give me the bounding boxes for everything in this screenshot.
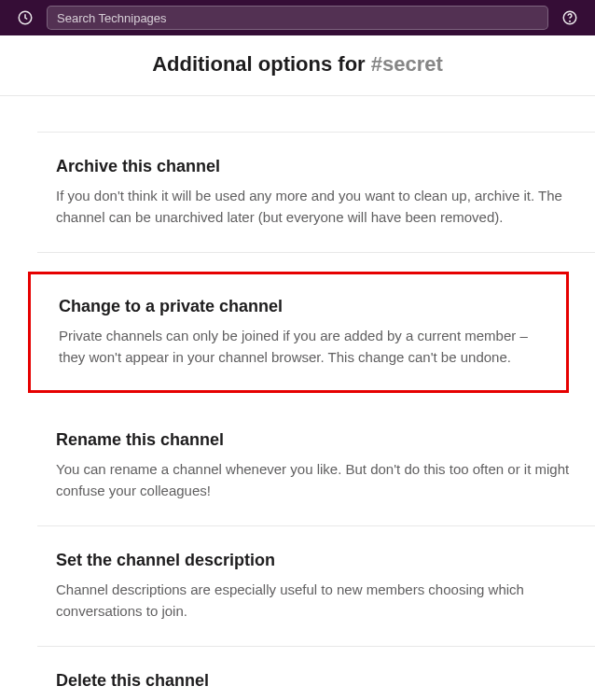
search-input[interactable]: Search Technipages [47,6,548,30]
option-desc: Private channels can only be joined if y… [59,326,547,368]
option-rename[interactable]: Rename this channel You can rename a cha… [37,406,595,526]
option-title: Change to a private channel [59,297,547,316]
option-title: Delete this channel [56,671,576,691]
option-description[interactable]: Set the channel description Channel desc… [37,526,595,647]
option-private[interactable]: Change to a private channel Private chan… [28,272,569,393]
page-header: Additional options for #secret [0,35,595,96]
options-list: Archive this channel If you don't think … [0,132,595,700]
help-icon[interactable] [561,9,578,26]
page-title-prefix: Additional options for [152,52,371,76]
option-title: Rename this channel [56,430,576,450]
option-title: Archive this channel [56,157,576,176]
option-desc: You can rename a channel whenever you li… [56,459,576,501]
option-desc: Channel descriptions are especially usef… [56,580,576,622]
search-placeholder: Search Technipages [57,11,167,25]
top-bar: Search Technipages [0,0,595,35]
option-title: Set the channel description [56,551,576,570]
history-icon[interactable] [17,9,34,26]
option-archive[interactable]: Archive this channel If you don't think … [37,132,595,253]
svg-point-2 [570,21,571,21]
page-title-channel: #secret [371,52,443,76]
option-delete[interactable]: Delete this channel Deleting a channel w… [37,647,595,700]
option-desc: If you don't think it will be used any m… [56,186,576,228]
